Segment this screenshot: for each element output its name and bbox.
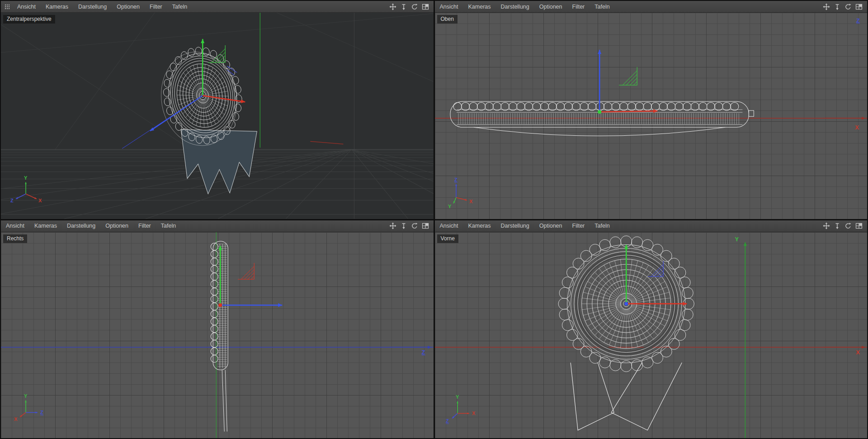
svg-text:Y: Y bbox=[24, 393, 28, 399]
move-view-icon[interactable] bbox=[823, 3, 830, 10]
move-view-icon[interactable] bbox=[823, 222, 830, 229]
viewport-canvas-right[interactable]: YZX Rechts Z bbox=[1, 232, 434, 439]
scene-front: YXZ bbox=[435, 232, 868, 439]
menu-kameras[interactable]: Kameras bbox=[463, 223, 496, 229]
viewport-menubar: Ansicht Kameras Darstellung Optionen Fil… bbox=[1, 220, 434, 232]
svg-text:Z: Z bbox=[446, 418, 449, 424]
menu-kameras[interactable]: Kameras bbox=[463, 4, 496, 10]
zoom-view-icon[interactable] bbox=[834, 222, 841, 229]
viewport-label: Zentralperspektive bbox=[3, 15, 55, 24]
rotate-view-icon[interactable] bbox=[844, 3, 852, 10]
menu-kameras[interactable]: Kameras bbox=[41, 4, 73, 10]
viewport-menubar: Ansicht Kameras Darstellung Optionen Fil… bbox=[435, 220, 868, 232]
scene-perspective: YXZ bbox=[1, 13, 434, 219]
svg-text:Y: Y bbox=[24, 175, 28, 181]
menu-tafeln[interactable]: Tafeln bbox=[167, 4, 192, 10]
menu-ansicht[interactable]: Ansicht bbox=[435, 4, 463, 10]
toggle-layout-icon[interactable] bbox=[855, 3, 863, 10]
menu-darstellung[interactable]: Darstellung bbox=[73, 4, 112, 10]
viewport-tools bbox=[389, 3, 434, 10]
scene-right: YZX bbox=[1, 232, 434, 439]
menu-tafeln[interactable]: Tafeln bbox=[590, 223, 614, 229]
svg-text:Y: Y bbox=[448, 204, 452, 209]
move-view-icon[interactable] bbox=[389, 3, 396, 10]
menu-kameras[interactable]: Kameras bbox=[29, 223, 62, 229]
rotate-view-icon[interactable] bbox=[844, 222, 852, 229]
viewport-label: Oben bbox=[437, 15, 458, 24]
menu-ansicht[interactable]: Ansicht bbox=[12, 4, 41, 10]
svg-text:Z: Z bbox=[40, 410, 43, 415]
viewport-tools bbox=[389, 222, 434, 229]
viewport-canvas-perspective[interactable]: YXZ Zentralperspektive bbox=[1, 13, 434, 219]
grip-icon[interactable] bbox=[4, 4, 10, 10]
axis-label-y: Y bbox=[735, 236, 739, 243]
menu-ansicht[interactable]: Ansicht bbox=[1, 223, 29, 229]
axis-label-x: X bbox=[855, 124, 859, 131]
viewport-menu: Ansicht Kameras Darstellung Optionen Fil… bbox=[435, 4, 615, 10]
viewport-top: Ansicht Kameras Darstellung Optionen Fil… bbox=[435, 1, 868, 219]
scene-top: ZXY bbox=[435, 13, 868, 219]
menu-optionen[interactable]: Optionen bbox=[112, 4, 145, 10]
toggle-layout-icon[interactable] bbox=[422, 3, 429, 10]
viewport-menu: Ansicht Kameras Darstellung Optionen Fil… bbox=[435, 223, 615, 229]
rotate-view-icon[interactable] bbox=[411, 3, 418, 10]
viewport-label: Vorne bbox=[437, 234, 458, 243]
menu-ansicht[interactable]: Ansicht bbox=[435, 223, 463, 229]
menu-filter[interactable]: Filter bbox=[133, 223, 156, 229]
menu-optionen[interactable]: Optionen bbox=[100, 223, 133, 229]
viewport-menubar: Ansicht Kameras Darstellung Optionen Fil… bbox=[1, 1, 434, 13]
menu-optionen[interactable]: Optionen bbox=[534, 4, 567, 10]
viewport-menubar: Ansicht Kameras Darstellung Optionen Fil… bbox=[435, 1, 868, 13]
viewport-tools bbox=[823, 222, 867, 229]
menu-darstellung[interactable]: Darstellung bbox=[496, 4, 534, 10]
menu-tafeln[interactable]: Tafeln bbox=[156, 223, 181, 229]
svg-text:X: X bbox=[38, 198, 42, 203]
zoom-view-icon[interactable] bbox=[400, 3, 407, 10]
svg-text:Y: Y bbox=[456, 394, 459, 400]
axis-label-x: X bbox=[856, 349, 860, 356]
toggle-layout-icon[interactable] bbox=[422, 222, 429, 229]
viewport-right: Ansicht Kameras Darstellung Optionen Fil… bbox=[1, 220, 434, 439]
viewport-menu: Ansicht Kameras Darstellung Optionen Fil… bbox=[12, 4, 192, 10]
menu-filter[interactable]: Filter bbox=[567, 4, 590, 10]
svg-text:Z: Z bbox=[10, 198, 14, 203]
svg-text:X: X bbox=[469, 199, 473, 204]
svg-text:X: X bbox=[472, 410, 476, 416]
zoom-view-icon[interactable] bbox=[834, 3, 841, 10]
viewport-perspective: Ansicht Kameras Darstellung Optionen Fil… bbox=[1, 1, 434, 219]
viewport-canvas-front[interactable]: YXZ Vorne X Y bbox=[435, 232, 868, 439]
viewport-front: Ansicht Kameras Darstellung Optionen Fil… bbox=[435, 220, 868, 439]
menu-filter[interactable]: Filter bbox=[145, 4, 167, 10]
viewport-menu: Ansicht Kameras Darstellung Optionen Fil… bbox=[1, 223, 181, 229]
move-view-icon[interactable] bbox=[389, 222, 396, 229]
quad-view-workspace: Ansicht Kameras Darstellung Optionen Fil… bbox=[0, 0, 868, 439]
rotate-view-icon[interactable] bbox=[411, 222, 418, 229]
axis-label-z: Z bbox=[856, 17, 860, 24]
menu-darstellung[interactable]: Darstellung bbox=[62, 223, 100, 229]
axis-label-z: Z bbox=[422, 349, 425, 356]
viewport-tools bbox=[823, 3, 867, 10]
menu-tafeln[interactable]: Tafeln bbox=[590, 4, 614, 10]
zoom-view-icon[interactable] bbox=[400, 222, 407, 229]
toggle-layout-icon[interactable] bbox=[855, 222, 863, 229]
menu-darstellung[interactable]: Darstellung bbox=[496, 223, 534, 229]
viewport-canvas-top[interactable]: ZXY Oben Z X bbox=[435, 13, 868, 219]
viewport-label: Rechts bbox=[3, 234, 27, 243]
svg-text:X: X bbox=[14, 416, 18, 422]
menu-filter[interactable]: Filter bbox=[567, 223, 590, 229]
menu-optionen[interactable]: Optionen bbox=[534, 223, 567, 229]
svg-text:Z: Z bbox=[454, 177, 458, 182]
